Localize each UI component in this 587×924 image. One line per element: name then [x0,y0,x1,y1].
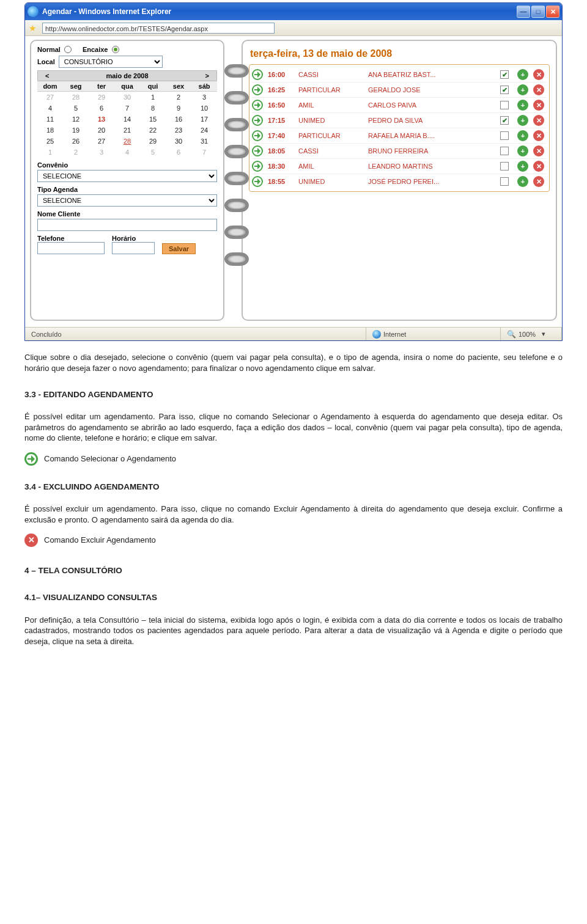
calendar-day[interactable]: 4 [37,103,63,114]
calendar-day[interactable]: 1 [37,147,63,158]
appointment-patient: BRUNO FERREIRA [368,147,498,155]
convenio-label: Convênio [37,161,217,169]
calendar-weekday: seg [63,81,89,92]
calendar-day[interactable]: 6 [166,147,191,158]
calendar-prev-button[interactable]: < [43,72,51,79]
calendar-day[interactable]: 31 [191,136,217,147]
add-appointment-icon[interactable]: + [517,69,528,80]
calendar-day[interactable]: 29 [89,92,114,103]
delete-appointment-icon[interactable]: ✕ [533,115,544,126]
appointment-checkbox[interactable]: ✔ [500,86,509,94]
ie-titlebar: Agendar - Windows Internet Explorer — □ … [25,3,562,20]
delete-appointment-icon[interactable]: ✕ [533,176,544,187]
zoom-icon[interactable]: 🔍 [507,330,516,339]
appointment-checkbox[interactable]: ✔ [500,70,509,79]
radio-normal[interactable] [64,46,72,53]
add-appointment-icon[interactable]: + [517,161,528,172]
appointment-checkbox[interactable] [500,177,509,186]
add-appointment-icon[interactable]: + [517,130,528,141]
add-appointment-icon[interactable]: + [517,115,528,126]
minimize-button[interactable]: — [517,6,530,18]
calendar-day[interactable]: 14 [114,114,140,125]
address-url-field[interactable]: http://www.onlinedoctor.com.br/TESTES/Ag… [42,23,275,34]
appointment-checkbox[interactable] [500,101,509,109]
calendar-day[interactable]: 6 [89,103,114,114]
delete-appointment-icon[interactable]: ✕ [533,130,544,141]
calendar-day[interactable]: 24 [191,125,217,136]
favorites-icon[interactable]: ★ [29,23,39,33]
appointment-checkbox[interactable] [500,162,509,170]
calendar-day[interactable]: 1 [140,92,166,103]
appointment-checkbox[interactable] [500,147,509,155]
calendar-day[interactable]: 27 [89,136,114,147]
select-appointment-icon[interactable] [252,115,263,126]
appointment-checkbox[interactable] [500,131,509,140]
salvar-button[interactable]: Salvar [162,243,196,254]
calendar-day[interactable]: 23 [166,125,191,136]
calendar-day[interactable]: 22 [140,125,166,136]
convenio-select[interactable]: SELECIONE [37,170,217,182]
calendar-day[interactable]: 21 [114,125,140,136]
appointment-checkbox[interactable]: ✔ [500,116,509,125]
calendar-day[interactable]: 16 [166,114,191,125]
calendar-day[interactable]: 3 [191,92,217,103]
zoom-dropdown-icon[interactable]: ▾ [542,330,545,338]
calendar-day[interactable]: 30 [114,92,140,103]
calendar-next-button[interactable]: > [203,72,212,79]
select-appointment-icon[interactable] [252,69,263,80]
add-appointment-icon[interactable]: + [517,100,528,111]
calendar-day[interactable]: 4 [114,147,140,158]
maximize-button[interactable]: □ [531,6,545,18]
calendar-day[interactable]: 8 [140,103,166,114]
calendar-day[interactable]: 26 [63,136,89,147]
calendar-day[interactable]: 29 [140,136,166,147]
delete-appointment-icon[interactable]: ✕ [533,69,544,80]
calendar-day[interactable]: 5 [63,103,89,114]
calendar-day[interactable]: 20 [89,125,114,136]
select-appointment-icon[interactable] [252,100,263,111]
calendar-day[interactable]: 13 [89,114,114,125]
appointment-patient: LEANDRO MARTINS [368,163,498,170]
select-appointment-icon[interactable] [252,145,263,156]
calendar-day[interactable]: 28 [114,136,140,147]
calendar-day[interactable]: 7 [191,147,217,158]
calendar-day[interactable]: 7 [114,103,140,114]
delete-appointment-icon[interactable]: ✕ [533,145,544,156]
calendar-day[interactable]: 25 [37,136,63,147]
calendar-day[interactable]: 30 [166,136,191,147]
add-appointment-icon[interactable]: + [517,176,528,187]
doc-h33: 3.3 - EDITANDO AGENDAMENTO [24,389,563,400]
select-appointment-icon[interactable] [252,161,263,172]
calendar-day[interactable]: 9 [166,103,191,114]
select-appointment-icon[interactable] [252,84,263,95]
tipo-agenda-select[interactable]: SELECIONE [37,194,217,207]
calendar-day[interactable]: 18 [37,125,63,136]
delete-appointment-icon[interactable]: ✕ [533,161,544,172]
calendar-day[interactable]: 28 [63,92,89,103]
add-appointment-icon[interactable]: + [517,145,528,156]
calendar-day[interactable]: 19 [63,125,89,136]
calendar-day[interactable]: 2 [166,92,191,103]
calendar-weekday: dom [37,81,63,92]
calendar-day[interactable]: 17 [191,114,217,125]
calendar-day[interactable]: 12 [63,114,89,125]
telefone-input[interactable] [37,242,105,254]
calendar-day[interactable]: 27 [37,92,63,103]
calendar-day[interactable]: 10 [191,103,217,114]
delete-appointment-icon[interactable]: ✕ [533,84,544,95]
doc-p1: Clique sobre o dia desejado, selecione o… [24,352,563,373]
calendar-day[interactable]: 3 [89,147,114,158]
nome-cliente-input[interactable] [37,219,217,231]
select-appointment-icon[interactable] [252,176,263,187]
calendar-day[interactable]: 15 [140,114,166,125]
close-window-button[interactable]: ✕ [546,6,559,18]
radio-encaixe[interactable] [112,46,119,53]
calendar-day[interactable]: 2 [63,147,89,158]
delete-appointment-icon[interactable]: ✕ [533,100,544,111]
calendar-day[interactable]: 11 [37,114,63,125]
calendar-day[interactable]: 5 [140,147,166,158]
local-select[interactable]: CONSULTÓRIO [59,56,163,68]
select-appointment-icon[interactable] [252,130,263,141]
horario-input[interactable] [112,242,155,254]
add-appointment-icon[interactable]: + [517,84,528,95]
